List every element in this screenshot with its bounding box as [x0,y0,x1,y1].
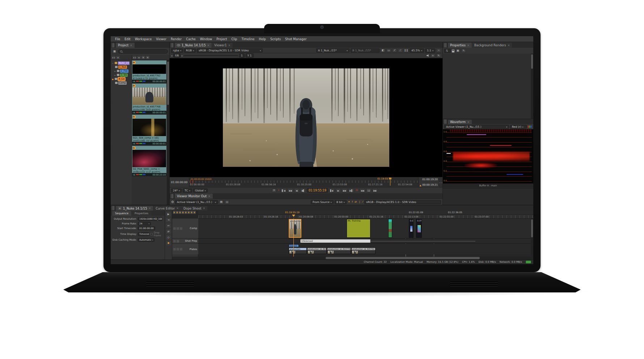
export-icon[interactable]: ▲ [420,184,421,186]
menu-render[interactable]: Render [169,37,184,41]
from-source-dropdown[interactable]: From Source▾ [311,200,334,204]
lane-comp[interactable]: production ML_Training 0.0% 0. [198,219,533,238]
menu-help[interactable]: Help [257,37,268,41]
start-timecode-field[interactable]: 01:00:00:00 [138,227,155,230]
clip-cache-badge[interactable]: 0.0% [409,219,414,238]
subtab-properties[interactable]: Properties [132,211,151,216]
disk-caching-dropdown[interactable]: Automatic▾ [138,238,154,242]
clip-card[interactable]: SQ_Pilot_S001_comp > 2048x1152 111f @24F… [132,146,166,176]
clip-ml-training[interactable]: ML_Training [347,219,370,238]
select-tool-icon[interactable]: ▶ [166,212,171,216]
menu-cache[interactable]: Cache [184,37,198,41]
goto-start-button[interactable]: ▌◀ [281,188,286,193]
time-display-dropdown[interactable]: Timecode▾ [138,232,149,236]
panel-grip-icon[interactable] [171,194,173,198]
waveform-viewer-dropdown[interactable]: Active Viewer (1_Nu../15 )▾ [444,125,509,129]
trim-tool-icon[interactable]: ⇥ [166,218,171,222]
tree-item-selected[interactable]: ◆ 4_Co [111,77,132,81]
next-arrow-icon[interactable]: ▸ [182,54,183,57]
tree-item[interactable]: + 2_Foo [111,69,132,73]
channels-dropdown[interactable]: rgba▾ [171,48,183,52]
close-icon[interactable]: × [203,207,206,210]
menu-workspace[interactable]: Workspace [133,37,154,41]
pen-icon[interactable]: ❘ [358,200,361,203]
monitor-colorspace-dropdown[interactable]: sRGB - Display/ACES 1.0 - SDR Video [364,200,441,204]
goto-end-button[interactable]: ▶▌ [348,188,354,193]
close-icon[interactable]: × [467,44,470,47]
lane-plates[interactable]: Grate3 production production_id_493 [198,244,533,254]
expander-icon[interactable]: + [114,70,116,72]
slide-tool-icon[interactable]: ↔ [166,224,171,228]
track-enable-icon[interactable] [173,240,176,242]
pause-icon[interactable]: ❙❙ [404,48,408,52]
tab-project[interactable]: Project × [116,43,135,48]
sort-az-icon[interactable]: a z [112,56,115,59]
fps-dropdown[interactable]: 24*▾ [171,189,182,193]
prev-arrow-icon[interactable]: ◂ [171,54,172,57]
step-back-button[interactable]: ◀◀ [360,188,365,193]
step-forward-button[interactable]: ▶▶ [372,188,378,193]
flip-icon[interactable]: ▤ [219,200,224,204]
loop-icon[interactable]: ⟳ [272,189,276,193]
roll-tool-icon[interactable]: ⇄ [166,229,171,234]
timeline-hscrollbar[interactable] [198,257,533,259]
close-icon[interactable]: × [208,195,211,198]
clip-plate[interactable]: production_id_4937760 [327,248,351,254]
prev-frame-button[interactable]: ◀▌ [300,188,306,193]
track-header-plates[interactable]: Plates [172,244,198,254]
bin-scrollbar[interactable] [167,60,169,205]
clip-production-comp[interactable]: production [289,219,301,238]
drop-frame-checkbox[interactable] [151,233,153,235]
split-icon[interactable]: ⁄ [398,48,403,52]
lane-shotprep[interactable]: Inference2 [198,239,533,244]
menu-file[interactable]: File [113,37,122,41]
timeline-playhead-line[interactable] [293,219,294,257]
slash-icon[interactable]: ⁄ [362,200,363,203]
roi-icon[interactable]: ⌁ [436,48,441,52]
panel-grip-icon[interactable] [171,43,173,47]
crosshair-icon[interactable]: + [431,54,435,58]
frame-view-icon[interactable]: ▭ [386,48,391,52]
clip-card[interactable]: production_id_4957762 873x968 673f @50FP… [132,60,166,83]
close-icon[interactable]: × [176,207,179,210]
close-icon[interactable]: × [130,44,132,47]
clip-grate3-tag[interactable]: Grate3 [289,244,299,247]
close-all-panels-icon[interactable]: ▣ [456,49,460,53]
multi-tool-icon[interactable]: ✱ [166,241,171,245]
compare-icon[interactable]: ⁄⁄ [392,48,397,52]
input-b-dropdown[interactable]: B 1_Nuk../15* [351,48,380,52]
clip-plate[interactable]: production_id_493 [307,248,327,254]
current-timecode-field[interactable]: 01:19:55:19 [307,188,328,193]
tab-dope-sheet[interactable]: Dope Sheet × [181,206,207,211]
bit-depth-dropdown[interactable]: 8 bit▾ [335,200,347,204]
lock-icon[interactable] [452,51,454,52]
slip-tool-icon[interactable]: ◇ [166,235,171,240]
track-lock-icon[interactable] [180,248,182,250]
tab-properties[interactable]: Properties × [448,43,472,48]
track-enable-icon[interactable] [173,248,176,250]
framerate-dropdown[interactable]: 24▾ [138,222,151,225]
panel-grip-icon[interactable] [444,119,446,124]
viewer-canvas[interactable] [170,58,442,177]
track-lock-icon[interactable] [180,227,182,230]
tc-mode-dropdown[interactable]: TC▾ [183,189,192,193]
proxy-dropdown[interactable]: 1:1▾ [425,48,435,52]
menu-timeline[interactable]: Timeline [239,37,257,41]
play-backward-button[interactable]: ◀ [294,188,299,193]
tab-background-renders[interactable]: Background Renders × [472,43,512,48]
clip-card[interactable]: production_id_4957768 1920x1080 350f @50… [132,84,166,114]
panel-grip-icon[interactable] [112,43,114,47]
subtab-sequence[interactable]: Sequence [112,211,131,216]
sort-az-icon[interactable]: a z [133,56,136,59]
zoom-dropdown[interactable]: 45.5%▾ [410,48,424,52]
timeline-ruler[interactable]: 01:18:28:03 01:19:26:16 01:20:08:08 01:2… [198,215,533,219]
track-output-icon[interactable] [177,227,179,230]
tree-item[interactable]: Comp [111,81,132,85]
track-enable-icon[interactable] [173,227,176,230]
menu-clip[interactable]: Clip [229,37,239,41]
viewer-timeline-track[interactable]: 01:00:00:00 15020 01:00:00:00 01:03:28:0… [189,177,419,187]
tab-waveform[interactable]: Waveform × [448,120,472,124]
collapse-chevron-icon[interactable]: ⌄⌄ [439,177,442,187]
expander-icon[interactable]: + [114,74,116,76]
tab-timeline-sequence[interactable]: ≣ 1_Nuke 14.1/15 × [116,206,153,211]
